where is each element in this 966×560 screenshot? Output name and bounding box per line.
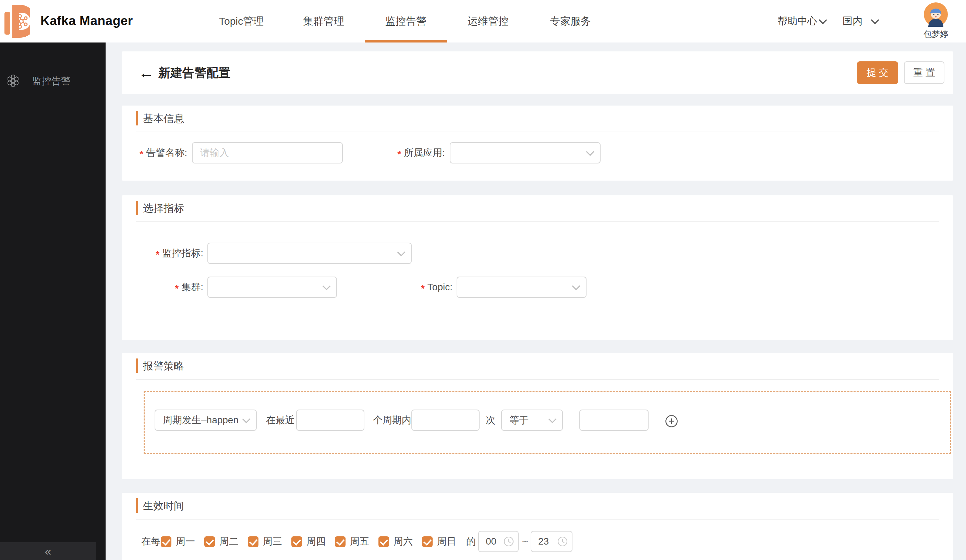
topic-select[interactable] xyxy=(457,277,586,298)
weekday-tuesday[interactable]: 周二 xyxy=(204,535,238,548)
recent-count-input[interactable] xyxy=(296,409,365,431)
required-mark: * xyxy=(175,283,179,294)
chevron-down-icon xyxy=(572,282,580,290)
required-mark: * xyxy=(421,283,425,294)
period-label: 个周期内 xyxy=(373,409,411,431)
help-center-menu[interactable]: 帮助中心 xyxy=(777,0,826,43)
weekday-friday[interactable]: 周五 xyxy=(335,535,369,548)
sidebar-item-label: 监控告警 xyxy=(32,75,71,88)
section-divider xyxy=(136,379,939,380)
chevron-down-icon xyxy=(242,415,250,423)
sidebar-item-monitor-alert[interactable]: 监控告警 xyxy=(0,70,105,92)
section-title: 生效时间 xyxy=(143,493,184,519)
sidebar: 监控告警 « xyxy=(0,43,105,560)
section-title: 报警策略 xyxy=(143,353,184,379)
collapse-icon: « xyxy=(45,545,51,557)
check-icon xyxy=(336,537,345,545)
brand-title: Kafka Manager xyxy=(41,14,133,28)
submit-button[interactable]: 提 交 xyxy=(857,61,898,84)
of-label: 的 xyxy=(466,531,476,552)
cluster-select[interactable] xyxy=(207,277,337,298)
operator-select[interactable]: 等于 xyxy=(501,409,563,431)
start-time-input[interactable]: 00 xyxy=(478,531,519,552)
weekday-sunday[interactable]: 周日 xyxy=(422,535,456,548)
app-select[interactable] xyxy=(450,142,601,163)
tab-cluster[interactable]: 集群管理 xyxy=(298,0,349,43)
checkbox-checked-icon[interactable] xyxy=(335,536,345,547)
monitor-metric-label: * 监控指标: xyxy=(156,243,203,264)
tilde-separator: ~ xyxy=(522,531,528,552)
condition-select[interactable]: 周期发生–happen xyxy=(154,409,257,431)
tab-monitor-alert[interactable]: 监控告警 xyxy=(380,0,432,43)
monitor-metric-select[interactable] xyxy=(207,243,412,264)
alert-name-input[interactable] xyxy=(192,142,343,163)
avatar xyxy=(923,2,948,27)
tab-ops[interactable]: 运维管控 xyxy=(462,0,514,43)
clock-icon xyxy=(557,536,568,547)
check-icon xyxy=(423,537,432,545)
checkbox-checked-icon[interactable] xyxy=(422,536,433,547)
chevron-down-icon xyxy=(586,148,594,156)
check-icon xyxy=(162,537,170,545)
section-divider xyxy=(136,519,939,519)
section-divider xyxy=(136,222,939,222)
checkbox-checked-icon[interactable] xyxy=(161,536,171,547)
back-button[interactable]: ← xyxy=(138,51,154,94)
end-time-input[interactable]: 23 xyxy=(531,531,572,552)
weekday-wednesday[interactable]: 周三 xyxy=(248,535,282,548)
section-title: 选择指标 xyxy=(143,195,184,222)
chevron-down-icon xyxy=(818,16,827,24)
app-label: * 所属应用: xyxy=(397,142,445,163)
brand: Kafka Manager xyxy=(4,3,133,39)
tab-expert[interactable]: 专家服务 xyxy=(545,0,596,43)
weekday-monday[interactable]: 周一 xyxy=(161,535,195,548)
weekday-saturday[interactable]: 周六 xyxy=(378,535,413,548)
times-label: 次 xyxy=(486,409,495,431)
chevron-down-icon xyxy=(397,248,405,256)
add-rule-button[interactable] xyxy=(665,415,678,428)
section-accent-bar xyxy=(136,498,138,513)
strategy-section: 报警策略 周期发生–happen 在最近 个周期内 次 等于 xyxy=(122,353,953,479)
checkbox-checked-icon[interactable] xyxy=(248,536,258,547)
app-logo-icon xyxy=(4,3,30,39)
checkbox-checked-icon[interactable] xyxy=(378,536,389,547)
username: 包梦婷 xyxy=(920,29,951,40)
page-title: 新建告警配置 xyxy=(158,51,230,94)
alert-name-label: * 告警名称: xyxy=(140,142,187,163)
chevron-down-icon xyxy=(322,282,330,290)
checkbox-checked-icon[interactable] xyxy=(291,536,302,547)
region-menu[interactable]: 国内 xyxy=(843,0,878,43)
checkbox-checked-icon[interactable] xyxy=(204,536,215,547)
reset-button[interactable]: 重 置 xyxy=(904,61,945,84)
help-center-label: 帮助中心 xyxy=(777,15,817,28)
honeycomb-icon xyxy=(6,74,20,89)
check-icon xyxy=(293,537,301,545)
required-mark: * xyxy=(140,149,143,160)
cluster-label: * 集群: xyxy=(175,277,203,298)
top-header: Kafka Manager Topic管理 集群管理 监控告警 运维管控 专家服… xyxy=(0,0,966,43)
check-icon xyxy=(206,537,214,545)
chevron-down-icon xyxy=(871,16,879,24)
sidebar-collapse-button[interactable]: « xyxy=(0,542,96,560)
check-icon xyxy=(249,537,258,545)
main-nav: Topic管理 集群管理 监控告警 运维管控 专家服务 xyxy=(215,0,596,43)
check-icon xyxy=(380,537,388,545)
threshold-input[interactable] xyxy=(579,409,649,431)
section-accent-bar xyxy=(136,201,138,215)
weekday-thursday[interactable]: 周四 xyxy=(291,535,326,548)
basic-info-section: 基本信息 * 告警名称: * 所属应用: xyxy=(122,105,953,181)
content: ← 新建告警配置 提 交 重 置 基本信息 * 告警名称: * 所属应用: xyxy=(105,43,966,560)
chevron-down-icon xyxy=(548,415,556,423)
app-root: Kafka Manager Topic管理 集群管理 监控告警 运维管控 专家服… xyxy=(0,0,966,560)
strategy-rule-box: 周期发生–happen 在最近 个周期内 次 等于 xyxy=(144,391,951,454)
clock-icon xyxy=(504,536,514,547)
every-label: 在每 xyxy=(141,531,161,552)
effective-time-section: 生效时间 在每 周一 周二 周三 周四 xyxy=(122,493,953,560)
user-menu[interactable]: 包梦婷 xyxy=(920,2,951,40)
metric-section: 选择指标 * 监控指标: * 集群: * Topic: xyxy=(122,195,953,340)
section-accent-bar xyxy=(136,111,138,125)
section-accent-bar xyxy=(136,358,138,373)
page-title-card: ← 新建告警配置 提 交 重 置 xyxy=(122,51,953,94)
period-count-input[interactable] xyxy=(411,409,480,431)
tab-topic[interactable]: Topic管理 xyxy=(215,0,267,43)
